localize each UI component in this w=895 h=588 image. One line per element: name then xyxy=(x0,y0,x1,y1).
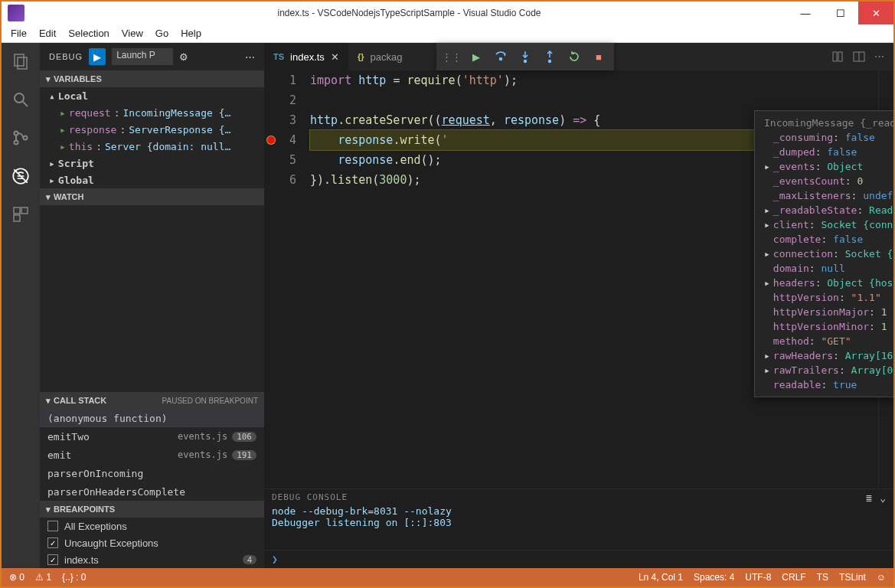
breakpoint-marker[interactable]: 4 xyxy=(264,130,310,150)
checkbox-icon[interactable]: ✓ xyxy=(47,537,58,548)
watch-section-header[interactable]: ▾ WATCH xyxy=(40,188,264,205)
svg-rect-8 xyxy=(14,207,20,214)
more-actions-icon[interactable]: ⋯ xyxy=(874,51,884,63)
svg-rect-10 xyxy=(14,215,20,221)
restart-button[interactable] xyxy=(562,44,586,69)
scope-global[interactable]: ▸ Global xyxy=(40,172,264,188)
hover-property[interactable]: ▸connection: Socket {connecting: false, … xyxy=(755,247,895,261)
svg-point-19 xyxy=(549,60,551,63)
breakpoint-all-exceptions[interactable]: All Exceptions xyxy=(40,518,264,534)
hover-property: httpVersionMajor: 1 xyxy=(755,305,895,319)
hover-property: httpVersionMinor: 1 xyxy=(755,319,895,334)
menu-help[interactable]: Help xyxy=(176,26,206,41)
svg-point-5 xyxy=(15,141,18,145)
step-out-button[interactable] xyxy=(537,44,562,69)
callstack-section-header[interactable]: ▾ CALL STACKPAUSED ON BREAKPOINT xyxy=(40,392,264,409)
hover-property[interactable]: ▸headers: Object {host: "localhost:3000"… xyxy=(755,276,895,290)
source-control-icon[interactable] xyxy=(10,127,31,149)
callstack-frame[interactable]: emitTwoevents.js106 xyxy=(40,427,264,446)
menu-edit[interactable]: Edit xyxy=(34,26,60,41)
step-over-button[interactable] xyxy=(488,44,513,69)
breakpoint-uncaught-exceptions[interactable]: ✓Uncaught Exceptions xyxy=(40,534,264,551)
compare-changes-icon[interactable] xyxy=(831,51,844,63)
variable-response[interactable]: ▸ response: ServerResponse {… xyxy=(40,121,264,138)
debug-toolbar: DEBUG ▶ Launch P ⚙ ⋯ xyxy=(40,43,264,70)
tab-index-ts[interactable]: TSindex.ts✕ xyxy=(264,43,348,70)
launch-config-select[interactable]: Launch P xyxy=(112,48,173,65)
app-logo xyxy=(8,5,24,21)
checkbox-icon[interactable] xyxy=(47,521,58,531)
close-button[interactable]: ✕ xyxy=(858,2,893,24)
status-language[interactable]: TS xyxy=(817,572,828,583)
start-debug-button[interactable]: ▶ xyxy=(89,48,106,65)
status-linter[interactable]: TSLint xyxy=(839,572,866,583)
debug-icon[interactable] xyxy=(10,165,31,187)
explorer-icon[interactable] xyxy=(10,51,31,72)
status-eol[interactable]: CRLF xyxy=(782,572,805,583)
hover-property[interactable]: ▸rawTrailers: Array[0] xyxy=(755,363,895,377)
variables-section-header[interactable]: ▾ VARIABLES xyxy=(40,70,264,87)
hover-property: method: "GET" xyxy=(755,334,895,348)
hover-property: domain: null xyxy=(755,261,895,276)
svg-point-6 xyxy=(24,136,28,140)
split-editor-icon[interactable] xyxy=(853,51,865,63)
more-icon[interactable]: ⋯ xyxy=(245,51,255,63)
feedback-icon[interactable]: ☺ xyxy=(877,572,886,583)
breakpoint-file[interactable]: ✓index.ts4 xyxy=(40,551,264,568)
svg-rect-0 xyxy=(15,54,24,66)
breakpoints-section-header[interactable]: ▾ BREAKPOINTS xyxy=(40,501,264,518)
status-errors[interactable]: ⊗ 0 xyxy=(9,572,24,583)
hover-property: httpVersion: "1.1" xyxy=(755,290,895,305)
callstack-list: (anonymous function) emitTwoevents.js106… xyxy=(40,409,264,501)
svg-point-4 xyxy=(15,132,18,136)
checkbox-icon[interactable]: ✓ xyxy=(47,554,58,565)
debug-hover-tooltip: IncomingMessage {_readableState: Readabl… xyxy=(754,110,895,397)
callstack-frame[interactable]: parserOnHeadersComplete xyxy=(40,482,264,501)
continue-button[interactable]: ▶ xyxy=(464,44,488,69)
menu-bar: File Edit Selection View Go Help xyxy=(2,24,893,43)
callstack-frame[interactable]: parserOnIncoming xyxy=(40,464,264,482)
menu-file[interactable]: File xyxy=(6,26,31,41)
stop-button[interactable]: ■ xyxy=(586,44,611,69)
extensions-icon[interactable] xyxy=(10,204,31,225)
variable-request[interactable]: ▸ request: IncomingMessage {… xyxy=(40,104,264,121)
scope-script[interactable]: ▸ Script xyxy=(40,155,264,172)
status-cursor-position[interactable]: Ln 4, Col 1 xyxy=(639,572,683,583)
minimize-button[interactable]: — xyxy=(788,2,823,24)
hover-property[interactable]: ▸rawHeaders: Array[16] ["Host", "localho… xyxy=(755,348,895,363)
maximize-button[interactable]: ☐ xyxy=(823,2,858,24)
callstack-frame[interactable]: emitevents.js191 xyxy=(40,446,264,464)
grip-icon[interactable]: ⋮⋮ xyxy=(439,44,464,69)
hover-property[interactable]: ▸client: Socket {connecting: false, _had… xyxy=(755,217,895,232)
svg-rect-1 xyxy=(18,57,27,69)
step-into-button[interactable] xyxy=(513,44,537,69)
hover-property[interactable]: ▸_events: Object xyxy=(755,159,895,174)
menu-view[interactable]: View xyxy=(117,26,148,41)
clear-console-icon[interactable]: ≣ xyxy=(866,492,872,504)
line-gutter: 1 2 3 4 5 6 xyxy=(264,70,310,488)
debug-action-bar[interactable]: ⋮⋮ ▶ ■ xyxy=(436,43,614,70)
tab-package-json[interactable]: {}packag xyxy=(348,43,411,70)
callstack-frame[interactable]: (anonymous function) xyxy=(40,409,264,427)
svg-rect-9 xyxy=(21,207,28,214)
close-icon[interactable]: ✕ xyxy=(331,51,339,63)
menu-selection[interactable]: Selection xyxy=(64,26,113,41)
svg-rect-11 xyxy=(833,52,837,61)
status-warnings[interactable]: ⚠ 1 xyxy=(35,572,51,583)
breakpoints-list: All Exceptions ✓Uncaught Exceptions ✓ind… xyxy=(40,518,264,568)
variable-this[interactable]: ▸ this: Server {domain: null… xyxy=(40,138,264,155)
scope-local[interactable]: ▴ Local xyxy=(40,87,264,104)
status-bracket[interactable]: {..} : 0 xyxy=(62,572,86,583)
collapse-console-icon[interactable]: ⌄ xyxy=(880,492,886,504)
status-encoding[interactable]: UTF-8 xyxy=(745,572,771,583)
svg-line-3 xyxy=(23,102,28,106)
search-icon[interactable] xyxy=(10,89,31,110)
hover-property: _eventsCount: 0 xyxy=(755,174,895,188)
repl-input[interactable]: ❯ xyxy=(264,550,893,568)
status-indent[interactable]: Spaces: 4 xyxy=(694,572,734,583)
menu-go[interactable]: Go xyxy=(151,26,173,41)
hover-property[interactable]: ▸_readableState: ReadableState {objectMo… xyxy=(755,203,895,217)
hover-property: complete: false xyxy=(755,232,895,247)
configure-icon[interactable]: ⚙ xyxy=(179,51,188,63)
svg-point-15 xyxy=(500,58,502,60)
